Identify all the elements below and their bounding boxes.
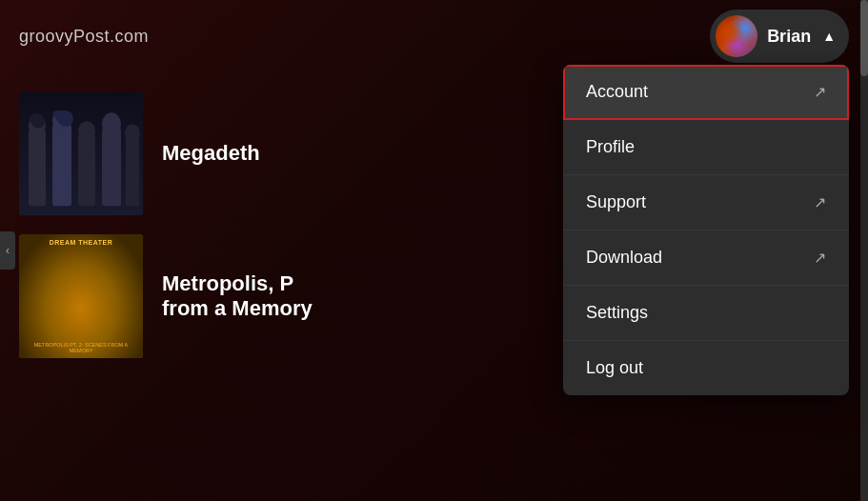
svg-rect-0: [29, 130, 46, 206]
menu-item-download-label: Download: [586, 248, 662, 268]
user-menu-button[interactable]: Brian ▲: [710, 10, 849, 63]
avatar-image: [716, 15, 757, 57]
svg-rect-8: [126, 137, 139, 206]
menu-item-account-label: Account: [586, 82, 648, 102]
menu-item-logout-label: Log out: [586, 358, 643, 378]
menu-item-account[interactable]: Account ↗: [563, 65, 849, 120]
header: groovyPost.com Brian ▲: [0, 0, 868, 72]
avatar: [716, 15, 757, 57]
menu-item-profile-label: Profile: [586, 137, 635, 157]
album-title-megadeth: Megadeth: [162, 141, 260, 166]
user-name: Brian: [767, 27, 811, 47]
dream-face: [19, 234, 143, 358]
album-subtitle-dream: from a Memory: [162, 296, 313, 321]
album-art-megadeth[interactable]: [19, 91, 143, 215]
svg-point-9: [125, 124, 140, 143]
album-art-dream[interactable]: DREAM THEATER METROPOLIS PT. 2: SCENES F…: [19, 234, 143, 358]
chevron-up-icon: ▲: [822, 29, 836, 44]
menu-item-profile[interactable]: Profile: [563, 120, 849, 175]
dream-theater-subtext: METROPOLIS PT. 2: SCENES FROM A MEMORY: [23, 342, 139, 353]
dropdown-menu: Account ↗ Profile Support ↗ Download ↗ S…: [563, 65, 849, 395]
svg-point-7: [102, 112, 121, 135]
menu-item-logout[interactable]: Log out: [563, 341, 849, 395]
menu-item-settings[interactable]: Settings: [563, 286, 849, 341]
album-info-megadeth: Megadeth: [162, 141, 260, 166]
menu-item-support-label: Support: [586, 192, 646, 212]
external-link-icon-support: ↗: [814, 193, 826, 211]
dream-theater-text: DREAM THEATER: [23, 239, 139, 246]
svg-rect-2: [52, 125, 71, 206]
left-arrow-icon[interactable]: ‹: [0, 231, 15, 270]
menu-item-download[interactable]: Download ↗: [563, 230, 849, 286]
external-link-icon-account: ↗: [814, 83, 826, 101]
band-svg: [19, 110, 143, 216]
album-info-dream: Metropolis, P from a Memory: [162, 271, 313, 321]
menu-item-settings-label: Settings: [586, 303, 648, 323]
band-silhouette: [19, 91, 143, 215]
site-logo: groovyPost.com: [19, 27, 149, 47]
svg-point-5: [78, 121, 95, 140]
svg-rect-6: [102, 128, 121, 206]
menu-item-support[interactable]: Support ↗: [563, 175, 849, 230]
external-link-icon-download: ↗: [814, 249, 826, 267]
svg-rect-4: [78, 134, 95, 206]
album-title-dream: Metropolis, P: [162, 271, 313, 296]
